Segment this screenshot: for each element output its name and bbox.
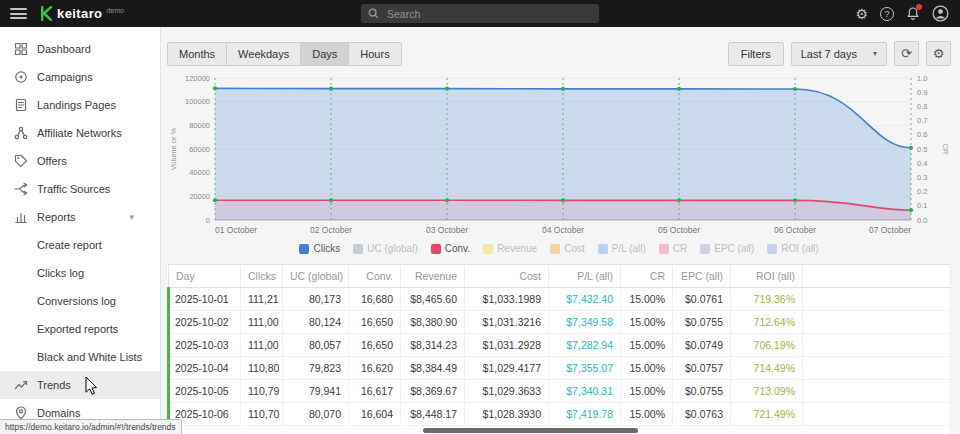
table-row[interactable]: 2025-10-06110,7080,07016,604$8,448.17$1,… — [169, 403, 951, 426]
table-row[interactable]: 2025-10-01111,2180,17316,680$8,465.60$1,… — [169, 288, 951, 311]
table-cell: $7,282.94 — [549, 334, 621, 357]
column-header-roi-all[interactable]: ROI (all) — [731, 265, 803, 288]
table-cell: 80,124 — [283, 311, 349, 334]
column-header-conv[interactable]: Conv. — [349, 265, 401, 288]
legend-item-revenue[interactable]: Revenue — [483, 243, 537, 254]
svg-text:120000: 120000 — [185, 74, 210, 83]
tab-hours[interactable]: Hours — [348, 42, 401, 66]
refresh-button[interactable]: ⟳ — [894, 41, 919, 66]
table-cell: $7,349.58 — [549, 311, 621, 334]
column-header-cost[interactable]: Cost — [465, 265, 549, 288]
column-header-p-l-all[interactable]: P/L (all) — [549, 265, 621, 288]
svg-text:100000: 100000 — [185, 97, 210, 106]
legend-swatch — [598, 244, 608, 254]
trends-table: DayClicksUC (global)Conv.RevenueCostP/L … — [167, 264, 951, 434]
menu-icon[interactable] — [10, 8, 27, 19]
svg-text:40000: 40000 — [189, 168, 210, 177]
table-cell: $1,028.3930 — [465, 403, 549, 426]
sidebar-item-label: Campaigns — [37, 71, 93, 83]
sidebar-item-label: Clicks log — [37, 267, 84, 279]
column-header-revenue[interactable]: Revenue — [401, 265, 465, 288]
column-header-day[interactable]: Day — [169, 265, 241, 288]
sidebar-item-clicks-log[interactable]: Clicks log — [0, 259, 160, 287]
svg-text:60000: 60000 — [189, 145, 210, 154]
sidebar-item-campaigns[interactable]: Campaigns — [0, 63, 160, 91]
user-avatar-icon[interactable] — [932, 5, 949, 22]
legend-item-clicks[interactable]: Clicks — [299, 243, 340, 254]
sidebar-item-dashboard[interactable]: Dashboard — [0, 35, 160, 63]
sidebar-item-label: Create report — [37, 239, 102, 251]
svg-text:0.0: 0.0 — [917, 216, 927, 225]
legend-swatch — [550, 244, 560, 254]
column-header-epc-all[interactable]: EPC (all) — [673, 265, 731, 288]
sidebar-item-label: Landings Pages — [37, 99, 116, 111]
table-cell: 719.36% — [731, 288, 803, 311]
tag-icon — [14, 154, 28, 168]
sidebar-item-reports[interactable]: Reports▾ — [0, 203, 160, 231]
tab-months[interactable]: Months — [167, 42, 227, 66]
help-icon[interactable]: ? — [880, 7, 894, 21]
table-cell: 706.19% — [731, 334, 803, 357]
sidebar-item-black-and-white-lists[interactable]: Black and White Lists — [0, 343, 160, 371]
chart-settings-button[interactable]: ⚙ — [926, 41, 951, 66]
svg-text:07 October: 07 October — [869, 225, 911, 235]
table-row[interactable]: 2025-10-03111,0080,05716,650$8,314.23$1,… — [169, 334, 951, 357]
table-cell: $1,033.1989 — [465, 288, 549, 311]
filters-button[interactable]: Filters — [728, 42, 784, 66]
sidebar-item-landings-pages[interactable]: Landings Pages — [0, 91, 160, 119]
table-row[interactable]: 2025-10-02111,0080,12416,650$8,380.90$1,… — [169, 311, 951, 334]
tab-days[interactable]: Days — [300, 42, 349, 66]
table-cell: 713.09% — [731, 380, 803, 403]
domains-icon — [14, 406, 28, 420]
sidebar-item-offers[interactable]: Offers — [0, 147, 160, 175]
sidebar-item-exported-reports[interactable]: Exported reports — [0, 315, 160, 343]
legend-item-epc-all[interactable]: EPC (all) — [700, 243, 754, 254]
sidebar-item-traffic-sources[interactable]: Traffic Sources — [0, 175, 160, 203]
notifications-bell-icon[interactable] — [906, 6, 920, 21]
target-icon — [14, 70, 28, 84]
table-cell: 79,823 — [283, 357, 349, 380]
table-cell: $1,029.4177 — [465, 357, 549, 380]
table-cell: $8,380.90 — [401, 311, 465, 334]
search-bar[interactable] — [361, 4, 599, 23]
pages-icon — [14, 98, 28, 112]
legend-item-cr[interactable]: CR — [659, 243, 687, 254]
sidebar-item-create-report[interactable]: Create report — [0, 231, 160, 259]
search-icon — [368, 8, 379, 19]
table-cell: 16,650 — [349, 311, 401, 334]
column-header-clicks[interactable]: Clicks — [241, 265, 283, 288]
sidebar-item-trends[interactable]: Trends — [0, 371, 160, 399]
sidebar-item-conversions-log[interactable]: Conversions log — [0, 287, 160, 315]
table-cell: $7,340.31 — [549, 380, 621, 403]
table-cell: $0.0761 — [673, 288, 731, 311]
legend-item-p-l-all[interactable]: P/L (all) — [598, 243, 646, 254]
table-cell: 111,00 — [241, 334, 283, 357]
column-header-cr[interactable]: CR — [621, 265, 673, 288]
app-logo[interactable]: keitaro demo — [40, 6, 124, 22]
horizontal-scrollbar-thumb[interactable] — [423, 428, 638, 433]
table-cell: 80,057 — [283, 334, 349, 357]
date-range-select[interactable]: Last 7 days ▾ — [791, 42, 887, 66]
legend-item-roi-all[interactable]: ROI (all) — [767, 243, 818, 254]
legend-label: UC (global) — [367, 243, 418, 254]
sidebar-item-affiliate-networks[interactable]: Affiliate Networks — [0, 119, 160, 147]
settings-gear-icon[interactable]: ⚙ — [855, 7, 868, 21]
legend-item-conv[interactable]: Conv. — [431, 243, 470, 254]
sidebar-item-label: Offers — [37, 155, 67, 167]
legend-item-uc-global[interactable]: UC (global) — [353, 243, 418, 254]
search-input[interactable] — [385, 7, 592, 21]
table-row[interactable]: 2025-10-04110,8079,82316,620$8,384.49$1,… — [169, 357, 951, 380]
column-header-uc-global[interactable]: UC (global) — [283, 265, 349, 288]
svg-text:05 October: 05 October — [658, 225, 700, 235]
table-cell: $0.0763 — [673, 403, 731, 426]
status-url-tooltip: https://demo.keitaro.io/admin/#!/trends/… — [0, 419, 182, 434]
sidebar-item-label: Dashboard — [37, 43, 91, 55]
legend-item-cost[interactable]: Cost — [550, 243, 585, 254]
tab-weekdays[interactable]: Weekdays — [226, 42, 301, 66]
table-cell: 110,80 — [241, 357, 283, 380]
view-tabs: MonthsWeekdaysDaysHours — [167, 42, 402, 66]
legend-label: ROI (all) — [781, 243, 818, 254]
svg-text:0.7: 0.7 — [917, 116, 927, 125]
table-row[interactable]: 2025-10-05110,7979,94116,617$8,369.67$1,… — [169, 380, 951, 403]
table-cell: 2025-10-03 — [169, 334, 241, 357]
